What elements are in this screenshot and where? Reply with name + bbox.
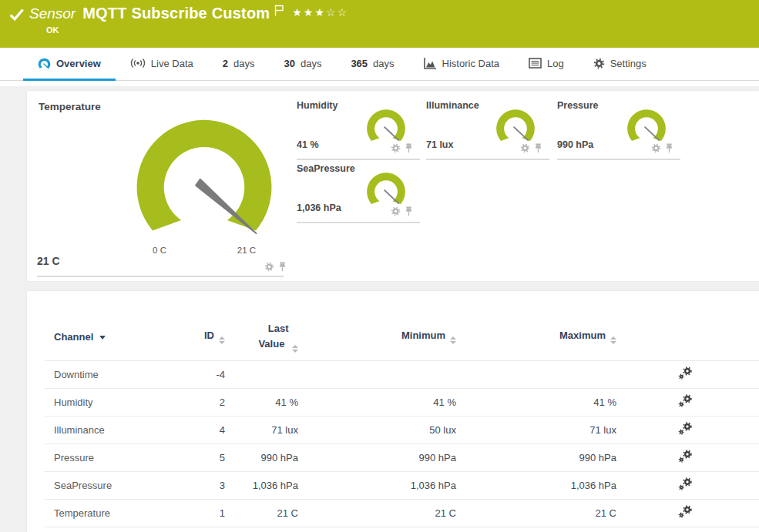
sorted-desc-icon [99, 336, 106, 340]
channel-table-panel: ChannelIDLastValue MinimumMaximum Downti… [27, 291, 759, 532]
gear-icon [593, 58, 605, 69]
cell-maximum [458, 360, 618, 388]
channel-settings-icon[interactable] [678, 366, 693, 380]
cell-last_value [227, 360, 300, 388]
cell-minimum: 1,036 hPa [300, 471, 458, 499]
channel-name: SeaPressure [297, 163, 355, 174]
cell-channel: Humidity [45, 388, 183, 416]
tab-2-days[interactable]: 2 days [208, 48, 270, 81]
cell-id: 2 [183, 388, 227, 416]
cell-last_value: 990 hPa [227, 443, 300, 471]
cell-channel: Temperature [45, 499, 183, 527]
primary-channel-name: Temperature [39, 101, 101, 112]
sort-toggle-icon [292, 345, 298, 353]
cell-id: 3 [183, 471, 227, 499]
broadcast-icon [130, 58, 146, 69]
column-header-last-value[interactable]: LastValue [227, 314, 300, 360]
cell-actions [618, 388, 759, 416]
tab-log[interactable]: Log [514, 48, 579, 81]
cell-id: 1 [183, 499, 227, 527]
column-header-maximum[interactable]: Maximum [458, 314, 618, 360]
flag-icon[interactable] [274, 5, 284, 16]
pin-icon[interactable] [534, 143, 542, 153]
channel-gauge [626, 108, 667, 143]
cell-minimum: 50 lux [300, 416, 458, 443]
cell-minimum: 21 C [300, 499, 458, 527]
channel-gauge [495, 108, 536, 143]
channel-value: 1,036 hPa [297, 202, 341, 213]
pin-icon[interactable] [665, 143, 673, 153]
priority-star-rating[interactable]: ★★★☆☆ [292, 6, 348, 18]
gauge-scale-max: 21 C [223, 246, 270, 255]
gear-icon[interactable] [391, 206, 401, 216]
cell-maximum: 41 % [458, 388, 618, 416]
channel-settings-icon[interactable] [678, 394, 693, 408]
gear-icon[interactable] [391, 143, 401, 153]
pin-icon[interactable] [405, 206, 413, 216]
cell-last_value: 1,036 hPa [227, 471, 300, 499]
gauge-icon [38, 58, 51, 69]
gear-icon[interactable] [520, 143, 530, 153]
cell-actions [618, 471, 759, 499]
gear-icon[interactable] [651, 143, 661, 153]
gauges-panel: Temperature 0 C 21 C 21 C Humidity 41 % [27, 91, 759, 281]
cell-channel: SeaPressure [45, 471, 183, 499]
cell-actions [618, 416, 759, 443]
cell-maximum: 71 lux [458, 416, 618, 443]
table-row: Temperature121 C21 C21 C [45, 499, 759, 527]
cell-actions [618, 360, 759, 388]
cell-channel: Downtime [45, 360, 183, 388]
sort-toggle-icon [450, 336, 456, 344]
channel-settings-icon[interactable] [678, 422, 693, 436]
column-header-channel[interactable]: Channel [45, 314, 183, 360]
status-badge: OK [46, 25, 59, 35]
cell-maximum: 21 C [458, 499, 618, 527]
gauge-scale-min: 0 C [136, 246, 183, 255]
table-row: Humidity241 %41 %41 % [45, 388, 759, 416]
channel-gauge [365, 171, 407, 206]
column-header-actions [618, 314, 759, 360]
channel-name: Pressure [557, 100, 599, 111]
channel-value: 41 % [297, 139, 319, 150]
tab-historic-data[interactable]: Historic Data [409, 48, 514, 81]
cell-last_value: 41 % [227, 388, 300, 416]
tab-30-days[interactable]: 30 days [269, 48, 336, 81]
column-header-id[interactable]: ID [183, 314, 227, 360]
table-row: SeaPressure31,036 hPa1,036 hPa1,036 hPa [45, 471, 759, 499]
mini-gauge-panel: Illuminance 71 lux [426, 99, 549, 160]
cell-id: 4 [183, 416, 227, 443]
historic-data-icon [424, 58, 437, 69]
tab-365-days[interactable]: 365 days [336, 48, 408, 81]
tab-bar: Overview Live Data 2 days 30 days 365 da… [0, 48, 759, 86]
primary-channel-value: 21 C [37, 255, 60, 267]
channel-settings-icon[interactable] [678, 450, 693, 463]
cell-id: -4 [183, 360, 227, 388]
channel-table: ChannelIDLastValue MinimumMaximum Downti… [45, 314, 759, 527]
column-header-minimum[interactable]: Minimum [300, 314, 458, 360]
cell-actions [618, 443, 759, 471]
channel-settings-icon[interactable] [678, 505, 693, 519]
tab-live-data[interactable]: Live Data [116, 48, 208, 81]
cell-minimum: 41 % [300, 388, 458, 416]
cell-last_value: 71 lux [227, 416, 300, 443]
status-ok-check-icon [9, 8, 25, 22]
sort-toggle-icon [219, 336, 225, 344]
mini-gauge-panel: SeaPressure 1,036 hPa [297, 162, 420, 223]
sensor-header: Sensor MQTT Subscribe Custom ★★★☆☆ OK [0, 0, 759, 48]
channel-name: Illuminance [426, 100, 479, 111]
table-row: Downtime-4 [45, 360, 759, 388]
channel-value: 71 lux [426, 139, 453, 150]
pin-icon[interactable] [278, 262, 287, 272]
mini-gauge-panel: Pressure 990 hPa [557, 99, 680, 160]
channel-settings-icon[interactable] [678, 477, 693, 491]
channel-name: Humidity [297, 100, 338, 111]
mini-gauge-panel: Humidity 41 % [297, 99, 420, 160]
channel-value: 990 hPa [557, 139, 593, 150]
cell-channel: Pressure [45, 443, 183, 471]
tab-settings[interactable]: Settings [579, 48, 661, 81]
pin-icon[interactable] [405, 143, 413, 153]
cell-maximum: 1,036 hPa [458, 471, 618, 499]
tab-overview[interactable]: Overview [23, 48, 116, 81]
gear-icon[interactable] [264, 262, 274, 272]
divider [37, 276, 284, 277]
